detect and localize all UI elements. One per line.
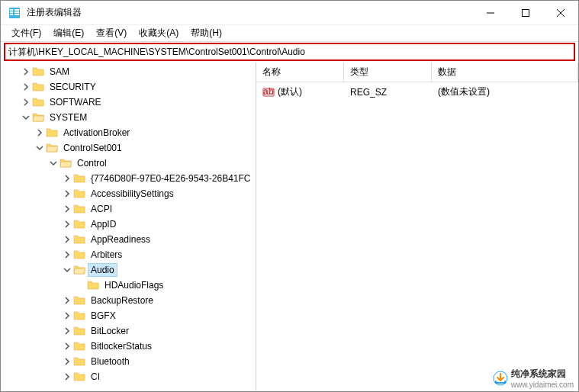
tree-node-accessibility[interactable]: AccessibilitySettings: [1, 186, 256, 201]
tree-label: BackupRestore: [88, 294, 156, 307]
value-name: (默认): [278, 85, 302, 98]
tree-label: ACPI: [88, 203, 114, 215]
tree-node-hdaudioflags[interactable]: HDAudioFlags: [1, 278, 256, 293]
address-input[interactable]: [8, 47, 571, 57]
collapse-icon[interactable]: [62, 265, 72, 275]
expand-icon[interactable]: [62, 188, 72, 199]
expand-icon[interactable]: [62, 173, 72, 184]
registry-tree[interactable]: SAMSECURITYSOFTWARESYSTEMActivationBroke…: [1, 63, 256, 390]
tree-node-backuprestore[interactable]: BackupRestore: [1, 293, 256, 308]
tree-label: HDAudioFlags: [102, 279, 166, 291]
tree-label: CI: [88, 371, 102, 383]
watermark: 纯净系统家园 www.yidaimei.com: [493, 368, 574, 389]
value-row[interactable]: ab(默认)REG_SZ(数值未设置): [256, 82, 578, 101]
tree-label: SECURITY: [47, 81, 98, 93]
string-value-icon: ab: [262, 86, 275, 98]
value-type: REG_SZ: [350, 87, 387, 98]
expand-icon[interactable]: [62, 310, 72, 321]
expand-icon[interactable]: [62, 204, 72, 214]
expand-icon[interactable]: [21, 97, 31, 108]
tree-label: AppReadiness: [88, 233, 153, 246]
collapse-icon[interactable]: [34, 143, 45, 153]
tree-node-controlset001[interactable]: ControlSet001: [1, 140, 256, 156]
tree-node-control[interactable]: Control: [1, 156, 256, 171]
svg-rect-1: [10, 9, 13, 11]
menu-view[interactable]: 查看(V): [90, 25, 133, 41]
values-header: 名称 类型 数据: [256, 63, 578, 82]
tree-label: SOFTWARE: [47, 96, 104, 108]
expand-icon[interactable]: [62, 219, 72, 230]
tree-label: AppID: [88, 218, 118, 230]
svg-rect-6: [14, 14, 19, 15]
col-header-name[interactable]: 名称: [256, 63, 344, 82]
col-header-type[interactable]: 类型: [344, 63, 432, 82]
watermark-url: www.yidaimei.com: [511, 381, 574, 389]
expand-icon[interactable]: [62, 356, 72, 367]
svg-rect-3: [10, 14, 13, 15]
tree-label: {7746D80F-97E0-4E26-9543-26B41FC: [88, 172, 253, 185]
regedit-icon: [8, 7, 21, 19]
tree-node-software[interactable]: SOFTWARE: [1, 95, 256, 110]
window-title: 注册表编辑器: [27, 6, 473, 19]
tree-node-bitlocker[interactable]: BitLocker: [1, 323, 256, 339]
tree-label: ActivationBroker: [61, 127, 132, 139]
tree-label: ControlSet001: [61, 142, 124, 154]
tree-node-appreadiness[interactable]: AppReadiness: [1, 232, 256, 247]
tree-label: BGFX: [88, 310, 118, 322]
tree-label: Audio: [88, 264, 117, 276]
tree-label: AccessibilitySettings: [88, 188, 176, 200]
minimize-button[interactable]: [473, 1, 508, 24]
menu-edit[interactable]: 编辑(E): [47, 25, 90, 41]
tree-node-sam[interactable]: SAM: [1, 64, 256, 79]
svg-text:ab: ab: [263, 86, 274, 97]
watermark-text: 纯净系统家园: [511, 368, 574, 381]
watermark-icon: [493, 371, 508, 386]
expand-icon[interactable]: [62, 249, 72, 260]
tree-label: Control: [75, 157, 109, 169]
tree-node-bitlockerstatus[interactable]: BitlockerStatus: [1, 339, 256, 354]
tree-label: BitlockerStatus: [88, 340, 154, 352]
collapse-icon[interactable]: [21, 112, 31, 123]
svg-rect-5: [14, 11, 19, 13]
menu-help[interactable]: 帮助(H): [185, 25, 228, 41]
close-button[interactable]: [543, 1, 578, 24]
maximize-button[interactable]: [508, 1, 543, 24]
expand-icon[interactable]: [21, 66, 31, 77]
tree-node-bgfx[interactable]: BGFX: [1, 308, 256, 323]
collapse-icon[interactable]: [48, 158, 59, 169]
tree-node-security[interactable]: SECURITY: [1, 79, 256, 95]
expand-icon[interactable]: [62, 326, 72, 336]
tree-node-bluetooth[interactable]: Bluetooth: [1, 354, 256, 369]
menu-bar: 文件(F) 编辑(E) 查看(V) 收藏夹(A) 帮助(H): [1, 25, 578, 42]
expand-icon[interactable]: [62, 371, 72, 382]
tree-label: Arbiters: [88, 249, 124, 261]
address-bar-highlight: [4, 43, 575, 61]
svg-rect-8: [523, 9, 529, 16]
expand-icon[interactable]: [62, 341, 72, 352]
tree-label: SYSTEM: [47, 111, 89, 124]
tree-node-guid[interactable]: {7746D80F-97E0-4E26-9543-26B41FC: [1, 171, 256, 186]
value-data: (数值未设置): [438, 85, 490, 98]
expand-icon[interactable]: [62, 234, 72, 245]
menu-favorites[interactable]: 收藏夹(A): [133, 25, 185, 41]
tree-node-appid[interactable]: AppID: [1, 217, 256, 232]
tree-label: Bluetooth: [88, 355, 132, 368]
tree-node-ci[interactable]: CI: [1, 369, 256, 384]
title-bar: 注册表编辑器: [1, 1, 578, 25]
tree-node-activationbroker[interactable]: ActivationBroker: [1, 125, 256, 140]
expand-icon[interactable]: [62, 295, 72, 306]
tree-label: SAM: [47, 66, 72, 78]
expand-icon[interactable]: [34, 127, 45, 138]
menu-file[interactable]: 文件(F): [5, 25, 47, 41]
svg-rect-4: [14, 9, 19, 11]
tree-node-system[interactable]: SYSTEM: [1, 110, 256, 125]
tree-label: BitLocker: [88, 325, 131, 337]
values-pane: 名称 类型 数据 ab(默认)REG_SZ(数值未设置): [256, 63, 578, 390]
tree-node-arbiters[interactable]: Arbiters: [1, 247, 256, 262]
col-header-data[interactable]: 数据: [432, 63, 578, 82]
expand-icon[interactable]: [21, 82, 31, 92]
tree-node-acpi[interactable]: ACPI: [1, 201, 256, 217]
svg-rect-2: [10, 11, 13, 13]
tree-node-audio[interactable]: Audio: [1, 262, 256, 278]
